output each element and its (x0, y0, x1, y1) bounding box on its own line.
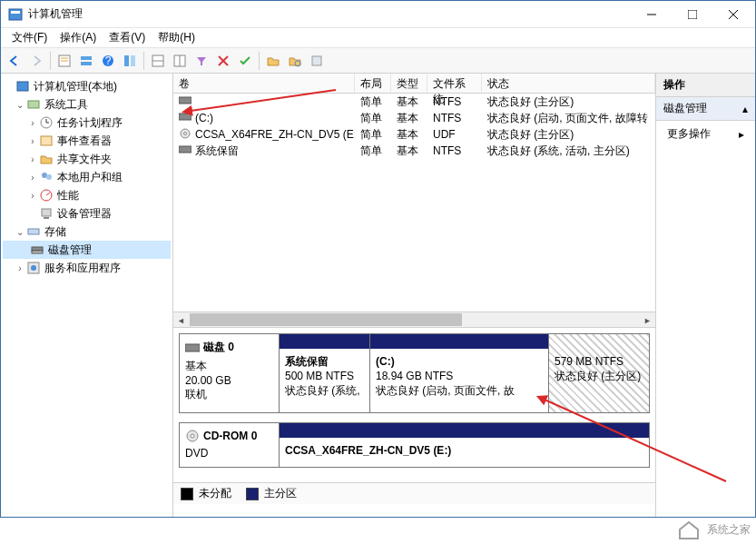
folder-button[interactable] (263, 51, 283, 71)
filter-button[interactable] (191, 51, 211, 71)
svg-point-30 (46, 174, 52, 180)
volume-list: 简单基本NTFS状态良好 (主分区)(C:)简单基本NTFS状态良好 (启动, … (173, 94, 655, 312)
help-button[interactable]: ? (98, 51, 118, 71)
svg-rect-41 (179, 114, 191, 120)
toggle-2-button[interactable] (170, 51, 190, 71)
volume-row[interactable]: (C:)简单基本NTFS状态良好 (启动, 页面文件, 故障转 (173, 110, 655, 126)
view-button[interactable] (120, 51, 140, 71)
check-button[interactable] (235, 51, 255, 71)
tree-local-users[interactable]: ›本地用户和组 (3, 168, 171, 186)
svg-rect-23 (17, 82, 28, 91)
volume-icon (179, 95, 191, 108)
scroll-left-icon[interactable]: ◄ (173, 312, 189, 328)
cdrom-label: CD-ROM 0 DVD (180, 423, 280, 467)
col-type[interactable]: 类型 (391, 74, 427, 93)
scrollbar-thumb[interactable] (190, 313, 462, 326)
col-volume[interactable]: 卷 (173, 74, 355, 93)
tree-shared-folders[interactable]: ›共享文件夹 (3, 150, 171, 168)
col-layout[interactable]: 布局 (355, 74, 391, 93)
menu-action[interactable]: 操作(A) (54, 28, 102, 47)
tree-root[interactable]: 计算机管理(本地) (3, 77, 171, 95)
toggle-1-button[interactable] (148, 51, 168, 71)
svg-rect-10 (81, 62, 92, 65)
folder-search-button[interactable] (285, 51, 305, 71)
disk-0-row[interactable]: 磁盘 0 基本 20.00 GB 联机 系统保留 500 MB NTFS 状态良… (179, 333, 650, 413)
partition-system-reserved[interactable]: 系统保留 500 MB NTFS 状态良好 (系统, (280, 334, 370, 412)
tree-event-viewer[interactable]: ›事件查看器 (3, 132, 171, 150)
disk-0-label: 磁盘 0 基本 20.00 GB 联机 (180, 334, 280, 412)
menu-help[interactable]: 帮助(H) (152, 28, 201, 47)
svg-rect-36 (32, 247, 43, 251)
forward-button[interactable] (26, 51, 46, 71)
tree-performance[interactable]: ›性能 (3, 186, 171, 204)
tree-system-tools[interactable]: ⌄系统工具 (3, 95, 171, 114)
tree-task-scheduler[interactable]: ›任务计划程序 (3, 114, 171, 132)
tree-services-apps[interactable]: ›服务和应用程序 (3, 259, 171, 277)
svg-rect-45 (185, 344, 200, 351)
menu-file[interactable]: 文件(F) (6, 28, 53, 47)
expand-icon[interactable]: › (26, 118, 39, 128)
cdrom-row[interactable]: CD-ROM 0 DVD CCSA_X64FRE_ZH-CN_DV5 (E:) (179, 422, 650, 468)
menu-view[interactable]: 查看(V) (103, 28, 151, 47)
expand-icon[interactable]: › (26, 173, 39, 183)
app-icon (8, 7, 23, 22)
delete-button[interactable] (213, 51, 233, 71)
titlebar: 计算机管理 (1, 1, 755, 28)
svg-rect-44 (179, 146, 191, 153)
tree-disk-management[interactable]: 磁盘管理 (3, 241, 171, 259)
legend-unallocated-swatch (181, 488, 193, 500)
maximize-button[interactable] (672, 1, 712, 27)
minimize-button[interactable] (631, 1, 672, 27)
svg-rect-37 (32, 251, 43, 253)
actions-pane: 操作 磁盘管理▴ 更多操作▸ (655, 74, 755, 517)
svg-rect-0 (9, 9, 22, 20)
settings-button[interactable] (307, 51, 327, 71)
tree-storage[interactable]: ⌄存储 (3, 223, 171, 241)
actions-disk-management[interactable]: 磁盘管理▴ (656, 97, 755, 121)
svg-rect-33 (42, 209, 51, 216)
dvd-icon (185, 429, 200, 443)
svg-text:?: ? (105, 54, 112, 67)
actions-more[interactable]: 更多操作▸ (656, 121, 755, 147)
scroll-right-icon[interactable]: ► (640, 312, 655, 328)
properties-button[interactable] (54, 51, 74, 71)
svg-rect-34 (44, 217, 49, 219)
actions-header: 操作 (656, 74, 755, 97)
col-status[interactable]: 状态 (482, 74, 655, 93)
volume-row[interactable]: 系统保留简单基本NTFS状态良好 (系统, 活动, 主分区) (173, 143, 655, 159)
volume-icon (179, 112, 191, 124)
svg-point-39 (31, 265, 36, 271)
partition-c[interactable]: (C:) 18.94 GB NTFS 状态良好 (启动, 页面文件, 故 (370, 334, 549, 412)
svg-rect-28 (41, 136, 52, 145)
expand-icon[interactable]: ⌄ (14, 227, 26, 237)
legend-primary-swatch (246, 488, 259, 500)
svg-rect-40 (179, 97, 191, 104)
toolbar: ? (1, 48, 755, 74)
chevron-up-icon: ▴ (742, 103, 748, 115)
volume-row[interactable]: 简单基本NTFS状态良好 (主分区) (173, 94, 655, 110)
nav-tree: 计算机管理(本地) ⌄系统工具 ›任务计划程序 ›事件查看器 ›共享文件夹 ›本… (1, 74, 173, 517)
svg-point-43 (184, 132, 187, 134)
disk-map: 磁盘 0 基本 20.00 GB 联机 系统保留 500 MB NTFS 状态良… (173, 327, 655, 482)
expand-icon[interactable]: › (26, 136, 39, 146)
expand-icon[interactable]: › (14, 263, 26, 273)
tree-device-manager[interactable]: 设备管理器 (3, 204, 171, 223)
partition-unlabeled[interactable]: 579 MB NTFS 状态良好 (主分区) (549, 334, 649, 412)
cdrom-partition[interactable]: CCSA_X64FRE_ZH-CN_DV5 (E:) (280, 423, 649, 467)
svg-rect-24 (28, 101, 39, 108)
svg-rect-13 (124, 55, 129, 66)
svg-rect-35 (28, 229, 39, 234)
svg-rect-14 (131, 55, 135, 66)
col-fs[interactable]: 文件系统 (427, 74, 482, 93)
volume-row[interactable]: CCSA_X64FRE_ZH-CN_DV5 (E:)简单基本UDF状态良好 (主… (173, 126, 655, 143)
close-button[interactable] (712, 1, 753, 27)
expand-icon[interactable]: › (26, 191, 39, 201)
expand-icon[interactable]: ⌄ (14, 100, 26, 110)
expand-icon[interactable]: › (26, 154, 39, 164)
legend: 未分配 主分区 (173, 482, 655, 504)
horizontal-scrollbar[interactable]: ◄ ► (173, 312, 655, 327)
watermark: 系统之家 (676, 517, 751, 542)
view-list-button[interactable] (76, 51, 96, 71)
back-button[interactable] (5, 51, 25, 71)
menubar: 文件(F) 操作(A) 查看(V) 帮助(H) (1, 28, 755, 48)
